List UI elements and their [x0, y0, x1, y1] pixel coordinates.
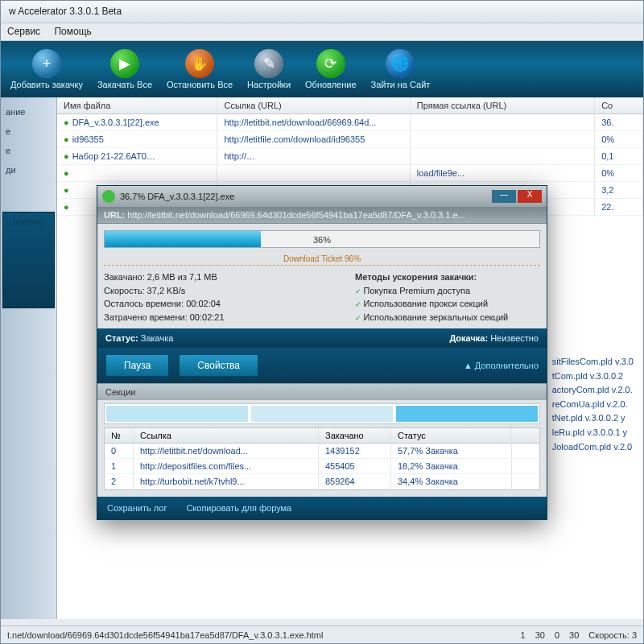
refresh-icon: ⟳	[316, 49, 345, 78]
website-button[interactable]: 🌐Зайти на Сайт	[366, 47, 436, 91]
sidebar-item[interactable]: ание	[2, 102, 55, 122]
window-title: w Accelerator 3.3.0.1 Beta	[9, 6, 122, 17]
settings-button[interactable]: ✎Настройки	[242, 47, 295, 91]
col-url[interactable]: Ссылка (URL)	[217, 97, 410, 114]
table-row[interactable]: id96355http://letitfile.com/download/id9…	[57, 131, 643, 148]
save-log-button[interactable]: Сохранить лог	[107, 503, 167, 513]
properties-button[interactable]: Свойства	[179, 354, 258, 377]
window-titlebar: w Accelerator 3.3.0.1 Beta	[1, 1, 643, 23]
close-button[interactable]: X	[518, 190, 542, 203]
dialog-url-bar: URL: http://letitbit.net/download/66969.…	[97, 207, 547, 224]
play-icon: ▶	[110, 49, 139, 78]
progress-bar: 36%	[104, 230, 540, 248]
table-row[interactable]: Набор 21-22.6AT0…http://…0,1	[57, 148, 643, 165]
progress-text: 36%	[105, 231, 539, 247]
status-path: t.net/download/66969.64d301dcde56f54941b…	[7, 630, 323, 640]
table-row[interactable]: 2http://turbobit.net/k7tvhl9...85926434,…	[105, 474, 539, 489]
menu-help[interactable]: Помощь	[54, 26, 91, 37]
sidebar: ание е е ди ь рекламу	[1, 97, 57, 619]
toolbar: +Добавить закачку ▶Закачать Все ✋Останов…	[1, 41, 643, 97]
stop-icon: ✋	[185, 49, 214, 78]
section-bars	[104, 403, 540, 424]
sections-table: № Ссылка Закачано Статус 0http://letitbi…	[104, 427, 540, 490]
download-progress-dialog: 36,7% DFA_v.3.0.3.1[22].exe — X URL: htt…	[97, 185, 547, 520]
menubar: Сервис Помощь	[1, 23, 643, 41]
statusbar: t.net/download/66969.64d301dcde56f54941b…	[1, 625, 643, 643]
stat-downloaded: Закачано: 2,6 МВ из 7,1 МВ	[104, 270, 355, 284]
more-button[interactable]: ▲ Дополнительно	[464, 361, 539, 370]
stop-all-button[interactable]: ✋Остановить Все	[162, 47, 237, 91]
stat-speed: Скорость: 37,2 KB/s	[104, 284, 355, 298]
table-row[interactable]: 0http://letitbit.net/download...14391525…	[105, 444, 539, 459]
sidebar-item[interactable]: е	[2, 141, 55, 160]
col-direct-url[interactable]: Прямая ссылка (URL)	[411, 97, 595, 114]
sidebar-item[interactable]: ди	[2, 160, 55, 180]
stat-remain: Осталось времени: 00:02:04	[104, 297, 355, 311]
table-row[interactable]: load/file9e...0%	[57, 165, 643, 182]
sidebar-item[interactable]: е	[2, 122, 55, 141]
status-speed: Скорость: 3	[588, 630, 637, 640]
plugin-list: sitFilesCom.pld v.3.0 tCom.pld v.3.0.0.2…	[552, 355, 634, 454]
ad-box[interactable]: ь рекламу	[2, 212, 55, 308]
dialog-title: 36,7% DFA_v.3.0.3.1[22].exe	[120, 192, 234, 201]
add-download-button[interactable]: +Добавить закачку	[6, 47, 88, 91]
dialog-titlebar[interactable]: 36,7% DFA_v.3.0.3.1[22].exe — X	[97, 186, 547, 207]
globe-icon: 🌐	[386, 49, 415, 78]
plus-icon: +	[32, 49, 61, 78]
list-header: Имя файла Ссылка (URL) Прямая ссылка (UR…	[57, 97, 643, 114]
update-button[interactable]: ⟳Обновление	[300, 47, 361, 91]
accel-method[interactable]: Использование зеркальных секций	[355, 311, 540, 324]
accel-method[interactable]: Покупка Premium доступа	[355, 284, 540, 298]
dialog-footer: Сохранить лог Скопировать для форума	[97, 497, 547, 519]
gear-icon: ✎	[254, 49, 283, 78]
col-percent[interactable]: Со	[595, 97, 643, 114]
stat-elapsed: Затрачено времени: 00:02:21	[104, 311, 355, 324]
ticket-status: Download Ticket 96%	[104, 254, 540, 266]
accel-header: Методы ускорения закачки:	[355, 270, 540, 284]
download-icon	[102, 190, 115, 203]
col-filename[interactable]: Имя файла	[57, 97, 217, 114]
pause-button[interactable]: Пауза	[105, 354, 169, 377]
accel-method[interactable]: Использование прокси секций	[355, 297, 540, 311]
sections-header: Секции	[97, 383, 547, 400]
menu-service[interactable]: Сервис	[7, 26, 40, 37]
minimize-button[interactable]: —	[492, 190, 516, 203]
table-row[interactable]: DFA_v.3.0.3.1[22].exehttp://letitbit.net…	[57, 114, 643, 131]
status-strip: Статус: Закачка Докачка: Неизвестно	[97, 328, 547, 348]
start-all-button[interactable]: ▶Закачать Все	[93, 47, 157, 91]
dialog-url: http://letitbit.net/download/66969.64d30…	[127, 210, 464, 220]
copy-forum-button[interactable]: Скопировать для форума	[186, 503, 291, 513]
table-row[interactable]: 1http://depositfiles.com/files...4554051…	[105, 459, 539, 474]
